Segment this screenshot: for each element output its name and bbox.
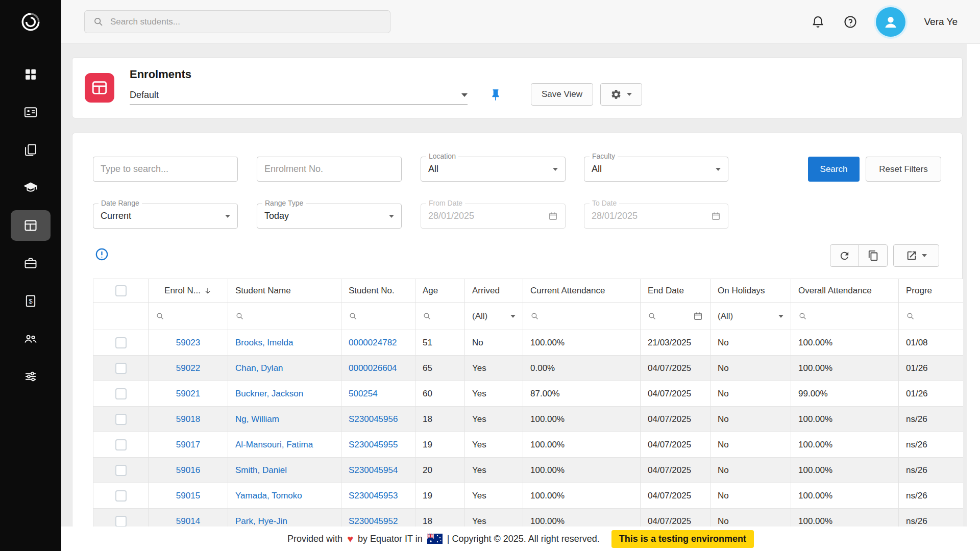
row-checkbox[interactable] — [115, 388, 127, 399]
calendar-icon — [711, 211, 721, 221]
filter-age[interactable] — [415, 303, 465, 330]
end-date-cell: 04/07/2025 — [641, 407, 710, 432]
enrolment-no-field[interactable] — [257, 157, 402, 182]
table-row[interactable]: 59021 Buckner, Jackson 500254 60 Yes 87.… — [93, 381, 964, 407]
enrolment-no-input[interactable] — [264, 164, 394, 174]
student-name-link[interactable]: Al-Mansouri, Fatima — [235, 440, 313, 449]
app-logo[interactable] — [0, 0, 61, 44]
filter-student-name[interactable] — [228, 303, 341, 330]
student-no-link[interactable]: 0000024782 — [349, 338, 397, 347]
student-name-link[interactable]: Yamada, Tomoko — [235, 491, 302, 500]
filter-enrol-no[interactable] — [149, 303, 228, 330]
enrol-no-link[interactable]: 59023 — [176, 338, 200, 347]
column-header-progress[interactable]: Progre — [899, 279, 964, 303]
filter-current-attendance[interactable] — [523, 303, 641, 330]
info-button[interactable] — [95, 247, 109, 263]
column-header-student-no[interactable]: Student No. — [341, 279, 415, 303]
enrol-no-link[interactable]: 59018 — [176, 414, 200, 424]
help-button[interactable] — [843, 15, 857, 29]
row-checkbox[interactable] — [115, 439, 127, 450]
filter-arrived[interactable]: (All) — [465, 303, 523, 330]
row-checkbox[interactable] — [115, 337, 127, 348]
view-settings-button[interactable] — [600, 83, 642, 106]
sidebar-item-dashboard[interactable] — [11, 59, 51, 90]
table-header-row: Enrol N... Student Name Student No. Age … — [93, 279, 964, 303]
student-no-link[interactable]: S230045954 — [349, 465, 398, 475]
filter-overall-attendance[interactable] — [791, 303, 899, 330]
sidebar-item-billing[interactable]: $ — [11, 286, 51, 316]
quick-search-input[interactable] — [101, 164, 230, 174]
export-button[interactable] — [893, 244, 939, 267]
column-header-student-name[interactable]: Student Name — [228, 279, 341, 303]
student-name-link[interactable]: Smith, Daniel — [235, 465, 287, 475]
enrolments-table-wrapper: Enrol N... Student Name Student No. Age … — [93, 279, 963, 551]
enrol-no-link[interactable]: 59015 — [176, 491, 200, 500]
table-row[interactable]: 59018 Ng, William S230045956 18 Yes 100.… — [93, 407, 964, 432]
sidebar-item-contacts[interactable] — [11, 97, 51, 128]
student-no-link[interactable]: 0000026604 — [349, 363, 397, 373]
range-type-select[interactable]: Range Type Today — [257, 204, 402, 229]
student-no-link[interactable]: 500254 — [349, 389, 378, 398]
enrol-no-link[interactable]: 59022 — [176, 363, 200, 373]
student-no-link[interactable]: S230045953 — [349, 491, 398, 500]
save-view-button[interactable]: Save View — [531, 83, 593, 106]
filter-progress[interactable] — [899, 303, 964, 330]
pin-view-button[interactable] — [485, 84, 506, 106]
sidebar-item-education[interactable] — [11, 172, 51, 203]
filter-on-holidays[interactable]: (All) — [710, 303, 791, 330]
sidebar-item-enrolments[interactable] — [11, 210, 51, 241]
student-name-link[interactable]: Buckner, Jackson — [235, 389, 303, 398]
row-checkbox[interactable] — [115, 414, 127, 425]
row-checkbox[interactable] — [115, 465, 127, 476]
row-checkbox[interactable] — [115, 363, 127, 374]
enrol-no-link[interactable]: 59016 — [176, 465, 200, 475]
column-header-current-attendance[interactable]: Current Attendance — [523, 279, 641, 303]
enrol-no-link[interactable]: 59021 — [176, 389, 200, 398]
table-row[interactable]: 59023 Brooks, Imelda 0000024782 51 No 10… — [93, 330, 964, 356]
enrol-no-link[interactable]: 59017 — [176, 440, 200, 449]
column-header-age[interactable]: Age — [415, 279, 465, 303]
column-header-arrived[interactable]: Arrived — [465, 279, 523, 303]
select-all-checkbox[interactable] — [115, 285, 127, 296]
student-name-link[interactable]: Brooks, Imelda — [235, 338, 293, 347]
location-select[interactable]: Location All — [421, 157, 566, 182]
row-checkbox[interactable] — [115, 516, 127, 527]
notifications-button[interactable] — [811, 15, 825, 29]
reset-filters-button[interactable]: Reset Filters — [866, 157, 941, 182]
sidebar: $ — [0, 0, 61, 551]
table-row[interactable]: 59015 Yamada, Tomoko S230045953 19 Yes 1… — [93, 483, 964, 509]
table-row[interactable]: 59022 Chan, Dylan 0000026604 65 Yes 0.00… — [93, 356, 964, 381]
filter-end-date[interactable] — [641, 303, 710, 330]
row-checkbox[interactable] — [115, 490, 127, 502]
overall-attendance-cell: 100.00% — [791, 483, 899, 509]
quick-search-field[interactable] — [93, 157, 238, 182]
scrollbar-track[interactable] — [967, 44, 980, 551]
sidebar-item-people[interactable] — [11, 323, 51, 354]
table-row[interactable]: 59016 Smith, Daniel S230045954 20 Yes 10… — [93, 458, 964, 483]
column-header-on-holidays[interactable]: On Holidays — [710, 279, 791, 303]
filter-student-no[interactable] — [341, 303, 415, 330]
view-selector[interactable]: Default — [130, 86, 468, 105]
sidebar-item-settings[interactable] — [11, 361, 51, 392]
faculty-select[interactable]: Faculty All — [584, 157, 728, 182]
student-name-link[interactable]: Park, Hye-Jin — [235, 516, 287, 526]
column-header-enrol-no[interactable]: Enrol N... — [149, 279, 228, 303]
column-header-overall-attendance[interactable]: Overall Attendance — [791, 279, 899, 303]
student-name-link[interactable]: Ng, William — [235, 414, 279, 424]
student-no-link[interactable]: S230045952 — [349, 516, 398, 526]
student-no-link[interactable]: S230045955 — [349, 440, 398, 449]
search-button[interactable]: Search — [808, 157, 860, 182]
enrol-no-link[interactable]: 59014 — [176, 516, 200, 526]
student-name-cell: Smith, Daniel — [228, 458, 341, 483]
student-name-link[interactable]: Chan, Dylan — [235, 363, 283, 373]
sidebar-item-documents[interactable] — [11, 135, 51, 165]
table-row[interactable]: 59017 Al-Mansouri, Fatima S230045955 19 … — [93, 432, 964, 458]
user-avatar[interactable] — [876, 7, 905, 37]
refresh-button[interactable] — [830, 244, 859, 267]
duplicate-button[interactable] — [859, 244, 888, 267]
sidebar-item-briefcase[interactable] — [11, 248, 51, 279]
student-no-link[interactable]: S230045956 — [349, 414, 398, 424]
column-header-end-date[interactable]: End Date — [641, 279, 710, 303]
search-input[interactable] — [84, 10, 390, 33]
date-range-select[interactable]: Date Range Current — [93, 204, 238, 229]
